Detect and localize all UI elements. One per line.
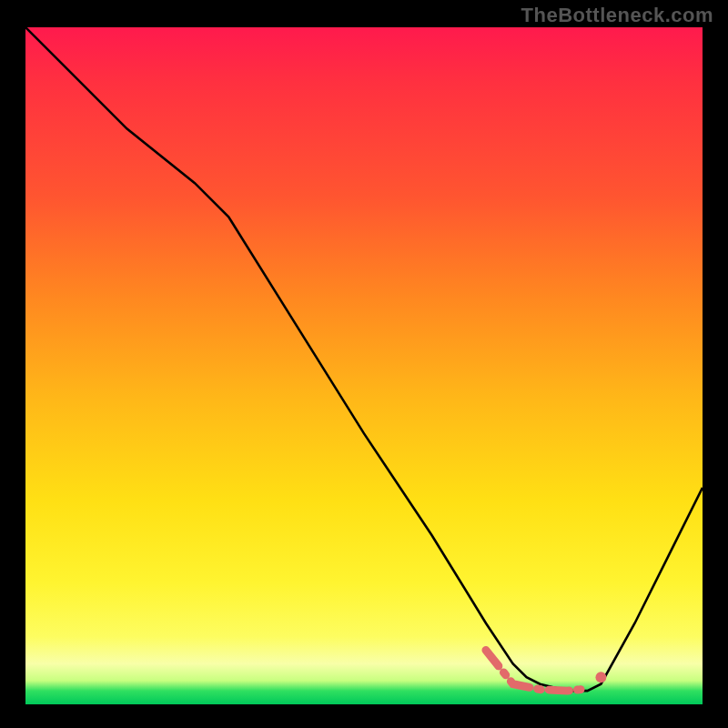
chart-svg <box>25 27 703 704</box>
watermark-text: TheBottleneck.com <box>521 4 713 27</box>
bottleneck-curve-line <box>25 27 703 691</box>
chart-frame: TheBottleneck.com <box>0 0 728 728</box>
optimal-dot <box>595 672 606 682</box>
optimal-marker-line <box>486 650 588 691</box>
plot-area <box>25 27 703 704</box>
